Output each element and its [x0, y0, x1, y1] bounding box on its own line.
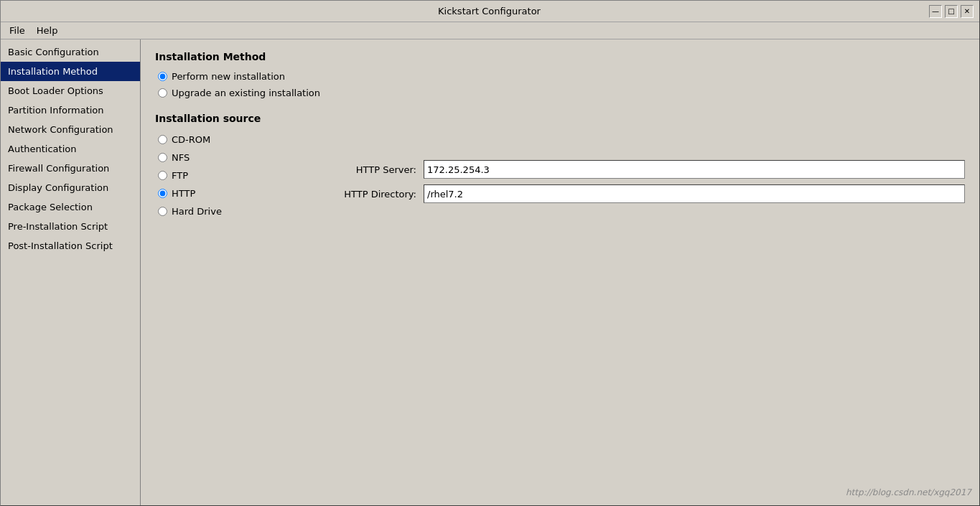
source-ftp[interactable]: FTP: [158, 170, 273, 181]
source-nfs-label: NFS: [172, 152, 190, 163]
sidebar-item-firewall-configuration[interactable]: Firewall Configuration: [1, 159, 140, 178]
source-cdrom-label: CD-ROM: [172, 134, 210, 145]
radio-new-install-input[interactable]: [158, 72, 167, 81]
sidebar-item-partition-information[interactable]: Partition Information: [1, 100, 140, 120]
radio-upgrade-install-input[interactable]: [158, 88, 167, 98]
source-hard-drive[interactable]: Hard Drive: [158, 206, 273, 217]
sidebar-item-post-installation-script[interactable]: Post-Installation Script: [1, 236, 140, 256]
radio-upgrade-install-label: Upgrade an existing installation: [172, 88, 320, 98]
radio-new-install[interactable]: Perform new installation: [158, 71, 965, 82]
minimize-button[interactable]: —: [929, 5, 942, 18]
title-bar: Kickstart Configurator — □ ✕: [1, 1, 979, 22]
source-ftp-input[interactable]: [158, 171, 167, 180]
sidebar-item-package-selection[interactable]: Package Selection: [1, 197, 140, 217]
source-http-input[interactable]: [158, 189, 167, 198]
source-ftp-label: FTP: [172, 170, 188, 181]
http-directory-label: HTTP Directory:: [330, 189, 416, 200]
sidebar-item-network-configuration[interactable]: Network Configuration: [1, 120, 140, 139]
http-directory-input[interactable]: [424, 184, 965, 203]
radio-new-install-label: Perform new installation: [172, 71, 285, 82]
install-type-group: Perform new installation Upgrade an exis…: [158, 71, 965, 98]
source-cdrom[interactable]: CD-ROM: [158, 134, 273, 145]
http-server-row: HTTP Server:: [330, 160, 965, 179]
menu-help[interactable]: Help: [31, 24, 64, 37]
sidebar-item-authentication[interactable]: Authentication: [1, 139, 140, 159]
main-container: Basic Configuration Installation Method …: [1, 39, 979, 506]
sidebar-item-display-configuration[interactable]: Display Configuration: [1, 178, 140, 197]
source-nfs[interactable]: NFS: [158, 152, 273, 163]
source-http[interactable]: HTTP: [158, 188, 273, 199]
source-http-label: HTTP: [172, 188, 195, 199]
source-hard-drive-input[interactable]: [158, 207, 167, 216]
menu-bar: File Help: [1, 22, 979, 39]
sidebar-item-boot-loader-options[interactable]: Boot Loader Options: [1, 81, 140, 100]
source-options-list: CD-ROM NFS FTP HTTP: [158, 134, 273, 217]
radio-upgrade-install[interactable]: Upgrade an existing installation: [158, 88, 965, 98]
http-fields: HTTP Server: HTTP Directory:: [273, 134, 965, 217]
http-directory-row: HTTP Directory:: [330, 184, 965, 203]
installation-method-title: Installation Method: [155, 51, 965, 62]
sidebar-item-installation-method[interactable]: Installation Method: [1, 62, 140, 81]
source-cdrom-input[interactable]: [158, 135, 167, 144]
content-area: Installation Method Perform new installa…: [141, 39, 979, 506]
window-title: Kickstart Configurator: [50, 6, 929, 17]
sidebar-item-pre-installation-script[interactable]: Pre-Installation Script: [1, 217, 140, 236]
installation-source-title: Installation source: [155, 113, 965, 124]
watermark: http://blog.csdn.net/xgq2017: [846, 487, 971, 497]
sidebar: Basic Configuration Installation Method …: [1, 39, 141, 506]
http-server-label: HTTP Server:: [330, 164, 416, 175]
sidebar-item-basic-configuration[interactable]: Basic Configuration: [1, 42, 140, 62]
http-server-input[interactable]: [424, 160, 965, 179]
close-button[interactable]: ✕: [961, 5, 974, 18]
maximize-button[interactable]: □: [945, 5, 958, 18]
source-hard-drive-label: Hard Drive: [172, 206, 222, 217]
window-controls: — □ ✕: [929, 5, 974, 18]
menu-file[interactable]: File: [4, 24, 31, 37]
source-nfs-input[interactable]: [158, 153, 167, 162]
